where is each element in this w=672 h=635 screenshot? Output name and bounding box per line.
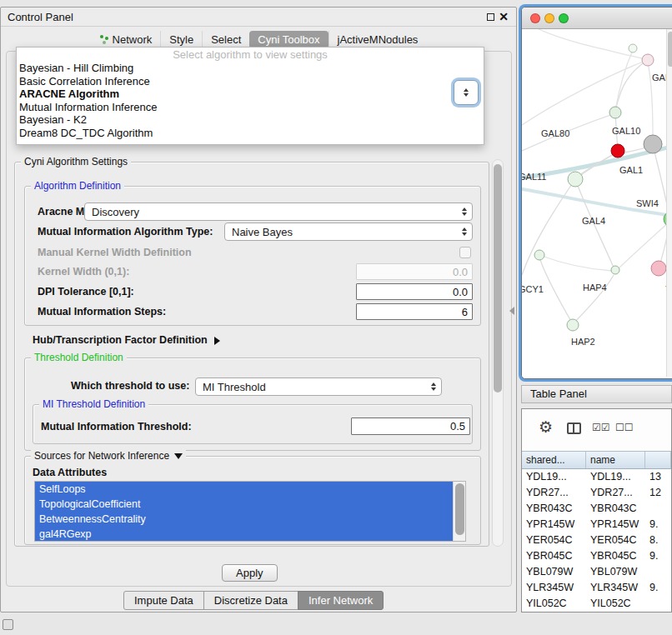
panel-splitter-handle[interactable] [509,307,514,315]
table-panel-window: ⚙ ☑☑ ☐☐ shared...name YDL19...YDL19...13… [521,408,672,612]
attribute-item-topologicalcoefficient[interactable]: TopologicalCoefficient [35,497,465,512]
control-panel-tabs: NetworkStyleSelectCyni ToolboxjActiveMNo… [1,30,516,48]
float-window-icon[interactable] [487,13,494,21]
hub-section-toggle[interactable]: Hub/Transcription Factor Definition [33,334,220,346]
close-traffic-light[interactable] [530,13,540,23]
table-row[interactable]: YIL052CYIL052C [522,596,671,612]
network-node[interactable] [534,250,544,260]
algorithm-option-bayesian-k2[interactable]: Bayesian - K2 [17,113,484,127]
table-cell: YBL079W [522,564,586,580]
table-row[interactable]: YBR045CYBR045C9. [522,548,671,564]
attribute-items: SelfLoopsTopologicalCoefficientBetweenne… [35,482,465,542]
table-cell: 9. [645,580,671,596]
network-node[interactable] [642,54,654,66]
network-canvas[interactable]: GALGAL80GAL10GAL11GAL1SWI4GAL4GCY1HAP4YH… [522,29,672,377]
settings-scrollbar[interactable] [492,159,504,547]
chevron-updown-icon [426,382,441,391]
network-node[interactable] [609,107,621,118]
kernel-width-label: Kernel Width (0,1): [38,266,129,278]
which-threshold-select[interactable]: MI Threshold [195,378,442,396]
algorithm-dropdown-popup: Select algorithm to view settings Bayesi… [16,47,484,145]
network-node[interactable] [651,261,666,276]
algorithm-option-basic-correlation-inference[interactable]: Basic Correlation Inference [17,75,484,88]
network-node[interactable] [644,135,662,153]
algorithm-option-mutual-information-inference[interactable]: Mutual Information Inference [17,101,484,114]
network-node[interactable] [567,319,579,331]
gear-icon[interactable]: ⚙ [539,418,553,437]
algorithm-option-aracne-algorithm[interactable]: ARACNE Algorithm [17,88,484,101]
node-label: SWI4 [636,198,659,208]
network-node[interactable] [568,172,583,187]
manual-kernel-checkbox[interactable] [459,247,471,258]
table-header: shared...name [522,451,671,469]
network-edge [540,260,573,324]
scrollbar-thumb[interactable] [668,32,672,67]
table-cell: YER054C [522,532,586,548]
table-row[interactable]: YDR27...YDR27...12 [522,485,671,501]
attribute-item-selfloops[interactable]: SelfLoops [35,482,465,497]
network-node[interactable] [611,266,619,274]
column-header-extra[interactable] [645,452,671,468]
attributes-scrollbar[interactable] [453,482,465,541]
node-label: GAL4 [582,216,605,226]
mi-threshold-input[interactable] [351,418,470,435]
aracne-mode-select[interactable]: Discovery [84,202,473,221]
column-header-name[interactable]: name [586,452,645,468]
table-row[interactable]: YER054CYER054C8. [522,532,671,548]
node-label: GAL11 [522,172,546,182]
tab-select[interactable]: Select [202,31,249,48]
table-cell: YER054C [586,532,645,548]
panel-dock-icon[interactable] [3,619,13,630]
node-label: GCY1 [522,284,544,294]
tab-cyni-toolbox[interactable]: Cyni Toolbox [249,31,328,48]
kernel-width-input[interactable] [356,263,473,280]
deselect-all-icon[interactable]: ☐☐ [615,422,634,433]
minimize-traffic-light[interactable] [544,13,554,23]
columns-icon[interactable] [567,422,581,434]
node-label: GAL1 [619,165,643,175]
network-graph: GALGAL80GAL10GAL11GAL1SWI4GAL4GCY1HAP4YH… [522,29,672,377]
dpi-tolerance-input[interactable] [356,283,473,300]
tab-network[interactable]: Network [91,31,161,48]
network-window-titlebar[interactable] [522,8,672,29]
scrollbar-thumb[interactable] [494,164,502,392]
threshold-definition-label: Threshold Definition [31,352,127,363]
table-row[interactable]: YBL079WYBL079W [522,564,671,580]
attribute-item-betweennesscentrality[interactable]: BetweennessCentrality [35,512,465,527]
algorithm-placeholder-option[interactable]: Select algorithm to view settings [17,48,484,62]
bottom-tab-discretize-data[interactable]: Discretize Data [203,591,298,610]
network-node[interactable] [611,144,624,158]
sources-group-toggle[interactable]: Sources for Network Inference [31,450,186,462]
mi-type-select[interactable]: Naive Bayes [224,222,473,241]
table-cell: YIL052C [586,596,645,612]
close-icon[interactable]: ✕ [499,10,509,23]
table-cell: 13 [645,469,671,485]
table-cell: YDR27... [586,485,645,501]
column-header-shared[interactable]: shared... [522,452,586,468]
algorithm-option-bayesian-hill-climbing[interactable]: Bayesian - Hill Climbing [17,62,484,75]
mi-steps-input[interactable] [356,303,473,320]
table-row[interactable]: YBR043CYBR043C [522,501,671,517]
tab-jactivemnodules[interactable]: jActiveMNodules [328,31,427,48]
dpi-tolerance-label: DPI Tolerance [0,1]: [38,286,134,298]
algorithm-combo-arrow-button[interactable] [454,80,479,105]
scrollbar-thumb[interactable] [455,483,464,535]
table-row[interactable]: YPR145WYPR145W9. [522,517,671,532]
expand-arrow-icon [214,337,220,345]
network-node[interactable] [629,44,637,52]
tab-style[interactable]: Style [160,31,202,48]
table-cell: YIL052C [522,596,586,612]
apply-button[interactable]: Apply [222,564,278,582]
table-row[interactable]: YDL19...YDL19...13 [522,469,671,485]
bottom-tab-infer-network[interactable]: Infer Network [298,591,384,610]
table-cell [645,596,671,612]
network-scrollbar[interactable] [666,29,672,377]
bottom-tab-impute-data[interactable]: Impute Data [123,591,204,610]
table-panel-titlebar[interactable]: Table Panel [521,385,672,403]
attribute-item-gal4rgexp[interactable]: gal4RGexp [35,527,465,542]
table-row[interactable]: YLR345WYLR345W9. [522,580,671,596]
select-all-icon[interactable]: ☑☑ [592,422,610,433]
zoom-traffic-light[interactable] [559,13,569,23]
table-cell: YBR045C [586,548,645,564]
algorithm-option-dream8-dc-tdc-algorithm[interactable]: Dream8 DC_TDC Algorithm [17,127,484,140]
